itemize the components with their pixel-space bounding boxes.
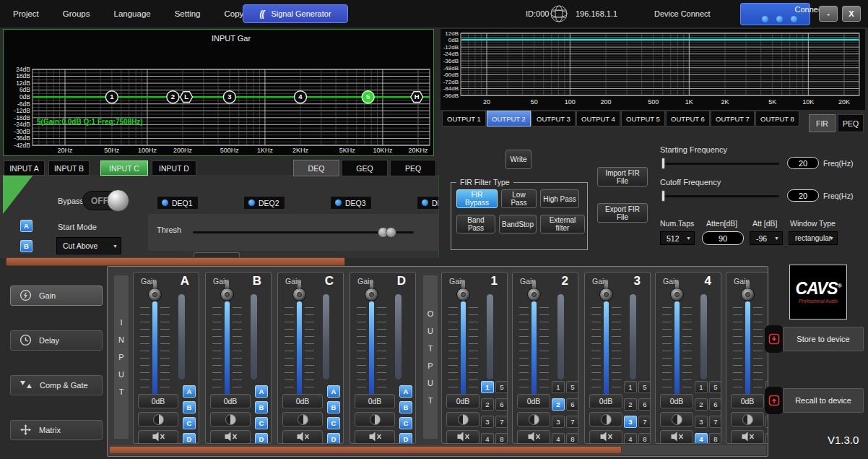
- mute-button[interactable]: [210, 430, 251, 444]
- route-C[interactable]: C: [183, 417, 196, 429]
- phase-button[interactable]: [210, 412, 251, 426]
- menu-language[interactable]: Language: [114, 9, 151, 18]
- route-7[interactable]: 7: [709, 416, 721, 428]
- route-3[interactable]: 3: [695, 416, 708, 428]
- route-A[interactable]: A: [327, 385, 340, 398]
- connect-button[interactable]: Connect: [740, 3, 810, 25]
- sidebar-item-delay[interactable]: Delay: [10, 330, 103, 351]
- route-3[interactable]: 3: [552, 416, 565, 428]
- tab-fir[interactable]: FIR: [809, 114, 836, 132]
- mute-button[interactable]: [517, 430, 550, 444]
- recall-to-device-button[interactable]: Recall to device: [783, 388, 864, 413]
- phase-button[interactable]: [282, 412, 323, 426]
- route-5[interactable]: 5: [638, 381, 651, 393]
- phase-button[interactable]: [446, 412, 479, 426]
- minimize-button[interactable]: -: [819, 6, 838, 22]
- route-B[interactable]: B: [183, 401, 196, 413]
- gain-0db-button[interactable]: 0dB: [731, 394, 764, 408]
- fader-knob[interactable]: [365, 288, 378, 301]
- fader-knob[interactable]: [527, 288, 541, 301]
- tab-output-5[interactable]: OUTPUT 5: [621, 111, 665, 126]
- menu-copy[interactable]: Copy: [225, 9, 244, 18]
- route-A[interactable]: A: [255, 385, 268, 398]
- tab-input-d[interactable]: INPUT D: [152, 160, 196, 176]
- route-2[interactable]: 2: [695, 398, 708, 411]
- gain-0db-button[interactable]: 0dB: [660, 394, 693, 408]
- starting-frequency-slider[interactable]: [665, 163, 779, 165]
- fader-knob[interactable]: [741, 288, 755, 301]
- route-1[interactable]: 1: [695, 381, 708, 393]
- store-to-device-button[interactable]: Store to device: [783, 327, 864, 351]
- route-B[interactable]: B: [327, 401, 340, 413]
- tab-output-1[interactable]: OUTPUT 1: [442, 111, 486, 126]
- tab-input-c[interactable]: INPUT C: [100, 160, 148, 176]
- sidebar-item-matrix[interactable]: Matrix: [10, 420, 103, 440]
- fir-type-bandstop[interactable]: BandStop: [499, 215, 537, 233]
- route-8[interactable]: 8: [566, 433, 578, 444]
- route-B[interactable]: B: [255, 401, 268, 413]
- route-D[interactable]: D: [399, 433, 412, 444]
- tab-peq[interactable]: PEQ: [838, 114, 864, 132]
- deq-band-button-2[interactable]: DEQ2: [243, 196, 285, 210]
- num-taps-select[interactable]: 512: [660, 231, 695, 245]
- route-4[interactable]: 4: [624, 433, 637, 444]
- gain-0db-button[interactable]: 0dB: [138, 394, 178, 408]
- close-button[interactable]: X: [842, 6, 861, 22]
- route-3[interactable]: 3: [624, 416, 637, 428]
- route-1[interactable]: 1: [552, 381, 565, 393]
- tab-output-3[interactable]: OUTPUT 3: [531, 111, 576, 126]
- route-3[interactable]: 3: [481, 416, 494, 428]
- tab-output-7[interactable]: OUTPUT 7: [711, 111, 755, 126]
- menu-project[interactable]: Project: [13, 9, 39, 18]
- gain-0db-button[interactable]: 0dB: [446, 394, 479, 408]
- gain-0db-button[interactable]: 0dB: [210, 394, 251, 408]
- mute-button[interactable]: [589, 430, 622, 444]
- route-6[interactable]: 6: [638, 398, 651, 411]
- output-fir-graph[interactable]: 12dB0dB-12dB-24dB-36dB-48dB-60dB-72dB-84…: [440, 29, 865, 110]
- atten-value[interactable]: 90: [702, 231, 744, 245]
- starting-frequency-value[interactable]: 20: [787, 157, 819, 169]
- fir-type-fir-bypass[interactable]: FIR Bypass: [456, 189, 498, 208]
- route-2[interactable]: 2: [481, 398, 494, 411]
- route-4[interactable]: 4: [481, 433, 494, 444]
- route-8[interactable]: 8: [709, 433, 721, 444]
- sidebar-item-comp-gate[interactable]: Comp & Gate: [10, 375, 103, 395]
- route-D[interactable]: D: [255, 433, 268, 444]
- cutoff-frequency-slider[interactable]: [665, 195, 779, 197]
- fader-knob[interactable]: [148, 288, 162, 301]
- route-3[interactable]: 3: [765, 416, 768, 428]
- phase-button[interactable]: [660, 412, 693, 426]
- tab-input-b[interactable]: INPUT B: [48, 160, 90, 176]
- mute-button[interactable]: [660, 430, 693, 444]
- phase-button[interactable]: [589, 412, 622, 426]
- deq-band-button-1[interactable]: DEQ1: [157, 196, 199, 210]
- tab-output-2[interactable]: OUTPUT 2: [487, 111, 531, 126]
- gain-0db-button[interactable]: 0dB: [589, 394, 622, 408]
- tab-output-4[interactable]: OUTPUT 4: [576, 111, 620, 126]
- menu-setting[interactable]: Setting: [175, 9, 201, 18]
- window-type-select[interactable]: rectangular: [789, 231, 838, 245]
- deq-band-button-4[interactable]: DEQ4: [417, 196, 439, 210]
- route-C[interactable]: C: [399, 417, 412, 429]
- tab-deq[interactable]: DEQ: [293, 160, 339, 176]
- route-B[interactable]: B: [399, 401, 412, 413]
- tab-peq[interactable]: PEQ: [390, 160, 436, 176]
- phase-button[interactable]: [355, 412, 395, 426]
- gain-0db-button[interactable]: 0dB: [355, 394, 395, 408]
- route-6[interactable]: 6: [495, 398, 508, 411]
- mute-button[interactable]: [731, 430, 764, 444]
- route-D[interactable]: D: [183, 433, 196, 444]
- route-4[interactable]: 4: [765, 433, 768, 444]
- route-C[interactable]: C: [255, 417, 268, 429]
- route-4[interactable]: 4: [552, 433, 565, 444]
- signal-generator-button[interactable]: (( Signal Generator: [243, 4, 348, 23]
- menu-groups[interactable]: Groups: [63, 9, 90, 18]
- cutoff-frequency-value[interactable]: 20: [787, 189, 819, 202]
- mixer-scrollbar-thumb[interactable]: [109, 446, 622, 454]
- route-2[interactable]: 2: [624, 398, 637, 411]
- route-1[interactable]: 1: [624, 381, 637, 393]
- route-7[interactable]: 7: [566, 416, 578, 428]
- route-5[interactable]: 5: [709, 381, 721, 393]
- deq-band-button-3[interactable]: DEQ3: [330, 196, 372, 210]
- horizontal-scrollbar-top[interactable]: [6, 257, 345, 266]
